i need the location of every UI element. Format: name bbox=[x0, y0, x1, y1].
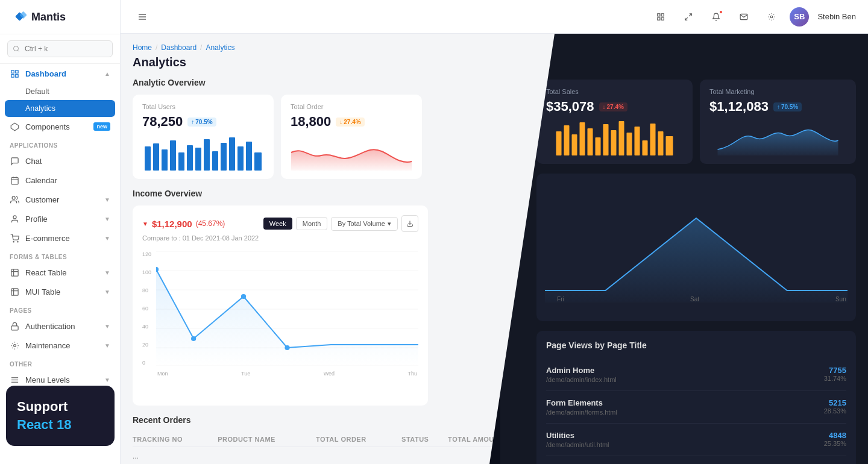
income-compare: Compare to : 01 Dec 2021-08 Jan 2022 bbox=[142, 234, 418, 242]
svg-rect-15 bbox=[11, 325, 17, 330]
sidebar-search-area bbox=[0, 34, 120, 64]
card-label-sales: Total Sales bbox=[546, 88, 683, 95]
svg-rect-30 bbox=[145, 146, 151, 171]
messages-button[interactable] bbox=[734, 7, 753, 27]
svg-rect-26 bbox=[658, 17, 660, 20]
svg-rect-41 bbox=[237, 146, 244, 171]
breadcrumb-dashboard[interactable]: Dashboard bbox=[161, 43, 197, 52]
nav-item-chat[interactable]: Chat bbox=[0, 151, 120, 171]
sidebar-logo: Mantis bbox=[0, 0, 120, 34]
nav-item-components[interactable]: Components new bbox=[0, 117, 120, 136]
svg-rect-39 bbox=[221, 143, 227, 171]
page-views-title: Page Views by Page Title bbox=[546, 340, 846, 350]
grid-view-button[interactable] bbox=[651, 7, 670, 27]
page-view-item-2: Utilities /demo/admin/util.html 4848 25.… bbox=[546, 424, 846, 456]
menu-toggle-button[interactable] bbox=[133, 7, 152, 27]
recent-orders-title: Recent Orders bbox=[133, 415, 542, 425]
subnav-analytics[interactable]: Analytics bbox=[5, 100, 115, 117]
download-button[interactable] bbox=[401, 215, 418, 232]
users-chart bbox=[142, 134, 264, 173]
svg-rect-67 bbox=[643, 140, 648, 155]
svg-point-55 bbox=[285, 345, 289, 350]
dark-panel: Total Sales $35,078 ↓ 27.4% bbox=[500, 34, 868, 464]
dropdown-arrow-icon: ▾ bbox=[388, 220, 391, 228]
svg-line-27 bbox=[690, 13, 692, 16]
nav-label-menu-levels: Menu Levels bbox=[25, 375, 70, 384]
chevron-down-auth: ▼ bbox=[104, 323, 110, 330]
income-controls: Week Month By Total Volume ▾ bbox=[263, 215, 418, 232]
mui-table-icon bbox=[10, 287, 19, 296]
svg-rect-7 bbox=[11, 177, 17, 184]
svg-rect-5 bbox=[11, 74, 13, 77]
pv-count-2: 4848 bbox=[824, 431, 846, 440]
badge-orders: ↓ 27.4% bbox=[336, 118, 364, 127]
svg-rect-25 bbox=[662, 17, 664, 20]
analytic-overview-title: Analytic Overview bbox=[133, 78, 542, 87]
nav-item-authentication[interactable]: Authentication ▼ bbox=[0, 316, 120, 336]
svg-rect-70 bbox=[666, 136, 673, 155]
pv-name-1: Form Elements bbox=[546, 398, 617, 407]
svg-rect-60 bbox=[588, 128, 593, 155]
breadcrumb-current: Analytics bbox=[206, 43, 234, 52]
nav-item-dashboard[interactable]: Dashboard ▲ bbox=[0, 64, 120, 83]
chevron-down-mui-table: ▼ bbox=[104, 289, 110, 295]
svg-rect-38 bbox=[212, 151, 218, 171]
components-icon bbox=[10, 122, 19, 131]
nav-item-profile[interactable]: Profile ▼ bbox=[0, 209, 120, 228]
nav-label-auth: Authentication bbox=[25, 322, 75, 331]
page-view-item-1: Form Elements /demo/admin/forms.html 521… bbox=[546, 391, 846, 424]
svg-point-54 bbox=[241, 294, 246, 299]
nav-item-react-table[interactable]: React Table ▼ bbox=[0, 263, 120, 282]
nav-item-ecommerce[interactable]: E-commerce ▼ bbox=[0, 228, 120, 248]
pv-url-2: /demo/admin/util.html bbox=[546, 441, 609, 448]
card-label-marketing: Total Marketing bbox=[709, 88, 846, 95]
search-input[interactable] bbox=[7, 40, 113, 57]
settings-button[interactable] bbox=[762, 7, 781, 27]
menu-levels-icon bbox=[10, 375, 19, 384]
stat-card-marketing: Total Marketing $1,12,083 ↑ 70.5% bbox=[700, 80, 856, 164]
svg-rect-64 bbox=[619, 121, 624, 155]
chevron-down-ecommerce: ▼ bbox=[104, 235, 110, 242]
svg-rect-69 bbox=[658, 131, 664, 155]
svg-rect-62 bbox=[603, 124, 609, 155]
svg-rect-4 bbox=[15, 74, 17, 77]
fullscreen-button[interactable] bbox=[679, 7, 698, 27]
card-value-orders: 18,800 ↓ 27.4% bbox=[291, 114, 412, 130]
notifications-button[interactable] bbox=[706, 7, 726, 27]
nav-label-chat: Chat bbox=[25, 157, 42, 166]
nav-label-maintenance: Maintenance bbox=[25, 341, 70, 350]
subnav-default-label: Default bbox=[25, 87, 49, 96]
volume-select-button[interactable]: By Total Volume ▾ bbox=[331, 217, 398, 231]
nav-item-customer[interactable]: Customer ▼ bbox=[0, 190, 120, 209]
customer-icon bbox=[10, 195, 19, 204]
week-button[interactable]: Week bbox=[263, 218, 292, 230]
svg-rect-61 bbox=[596, 137, 601, 155]
chat-icon bbox=[10, 156, 19, 166]
nav-label-customer: Customer bbox=[25, 195, 59, 204]
chevron-down-menu: ▼ bbox=[104, 377, 110, 383]
nav-item-maintenance[interactable]: Maintenance ▼ bbox=[0, 336, 120, 355]
card-label-users: Total Users bbox=[142, 103, 264, 110]
subnav-default[interactable]: Default bbox=[0, 83, 120, 100]
breadcrumb-home[interactable]: Home bbox=[133, 43, 152, 52]
col-status: STATUS bbox=[401, 432, 448, 447]
svg-rect-43 bbox=[254, 152, 262, 171]
svg-text:Sat: Sat bbox=[690, 296, 699, 303]
svg-rect-35 bbox=[187, 145, 193, 171]
new-badge: new bbox=[93, 122, 110, 131]
subnav-analytics-label: Analytics bbox=[25, 104, 55, 113]
pv-pct-1: 28.53% bbox=[824, 407, 846, 415]
recent-orders-section: Recent Orders TRACKING NO PRODUCT NAME T… bbox=[133, 415, 542, 464]
support-popup[interactable]: Support React 18 bbox=[6, 386, 115, 446]
svg-point-52 bbox=[156, 267, 159, 272]
svg-rect-37 bbox=[204, 139, 210, 171]
month-button[interactable]: Month bbox=[296, 217, 328, 230]
svg-rect-56 bbox=[556, 131, 562, 155]
nav-item-calendar[interactable]: Calendar bbox=[0, 171, 120, 190]
support-popup-title: Support bbox=[17, 399, 104, 415]
svg-text:Fri: Fri bbox=[557, 296, 564, 303]
svg-rect-68 bbox=[650, 124, 656, 155]
stat-card-sales: Total Sales $35,078 ↓ 27.4% bbox=[536, 80, 693, 164]
nav-item-mui-table[interactable]: MUI Table ▼ bbox=[0, 282, 120, 301]
stat-card-orders: Total Order 18,800 ↓ 27.4% bbox=[281, 95, 422, 179]
